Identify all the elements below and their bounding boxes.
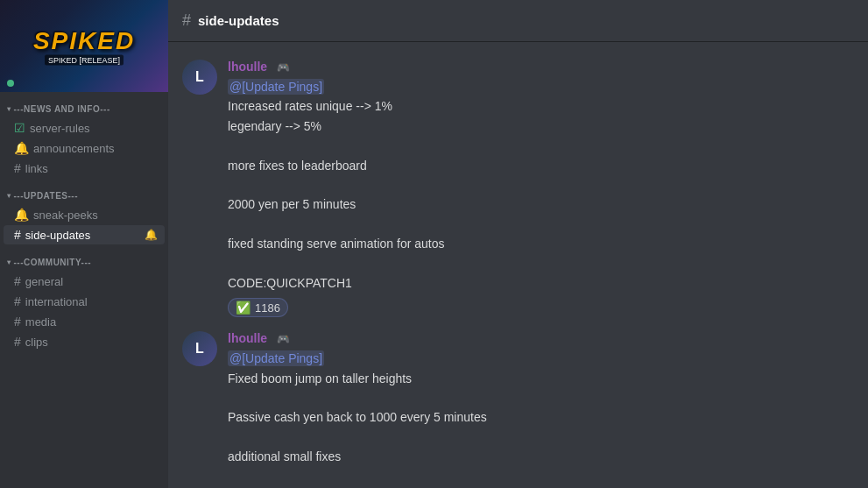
- message-content: lhoulle 🎮 @[Update Pings] Increased rate…: [228, 60, 854, 317]
- channel-name: general: [25, 275, 158, 288]
- message-header: lhoulle 🎮: [228, 331, 854, 345]
- channel-announcements[interactable]: 🔔 announcements: [4, 138, 165, 158]
- table-row: L lhoulle 🎮 @[Update Pings] Increased ra…: [168, 56, 868, 321]
- category-community[interactable]: ▾ ---COMMUNITY---: [0, 245, 168, 271]
- channel-general[interactable]: # general: [4, 272, 165, 291]
- announce-icon: 🔔: [14, 208, 29, 222]
- hash-icon: #: [14, 335, 21, 349]
- reaction-count: 1186: [255, 301, 280, 315]
- author-emoji: 🎮: [277, 61, 290, 74]
- channel-name: clips: [25, 336, 158, 349]
- category-label: ---COMMUNITY---: [14, 258, 92, 267]
- message-header: lhoulle 🎮: [228, 60, 854, 74]
- announce-icon: 🔔: [14, 141, 29, 155]
- channel-name: server-rules: [30, 122, 158, 135]
- category-updates[interactable]: ▾ ---UPDATES---: [0, 179, 168, 204]
- online-indicator: [7, 80, 14, 87]
- channel-server-rules[interactable]: ☑ server-rules: [4, 118, 165, 138]
- category-label: ---UPDATES---: [14, 191, 79, 201]
- channel-clips[interactable]: # clips: [4, 332, 165, 351]
- channel-name: side-updates: [25, 229, 145, 242]
- channel-name: links: [25, 162, 158, 175]
- category-arrow: ▾: [7, 192, 11, 200]
- channel-header-name: side-updates: [198, 13, 279, 28]
- channel-header: # side-updates: [168, 0, 868, 42]
- hash-icon: #: [14, 228, 21, 242]
- mention-tag[interactable]: @[Update Pings]: [228, 350, 324, 366]
- avatar-image: L: [182, 60, 217, 95]
- avatar: L: [182, 331, 217, 366]
- rules-icon: ☑: [14, 121, 25, 135]
- channel-links[interactable]: # links: [4, 159, 165, 178]
- message-body: @[Update Pings] Fixed boom jump on talle…: [228, 349, 854, 488]
- channel-side-updates[interactable]: # side-updates 🔔: [4, 225, 165, 244]
- channel-name: sneak-peeks: [33, 209, 158, 222]
- message-content: lhoulle 🎮 @[Update Pings] Fixed boom jum…: [228, 331, 854, 488]
- message-author: lhoulle: [228, 331, 267, 345]
- sidebar-scrollable: ▾ ---NEWS AND INFO--- ☑ server-rules 🔔 a…: [0, 92, 168, 488]
- channel-header-icon: #: [182, 11, 191, 30]
- hash-icon: #: [14, 315, 21, 329]
- category-label: ---NEWS AND INFO---: [14, 104, 110, 114]
- category-news-and-info[interactable]: ▾ ---NEWS AND INFO---: [0, 92, 168, 117]
- release-badge: SPIKED [RELEASE]: [45, 55, 123, 66]
- bell-icon: 🔔: [145, 229, 158, 241]
- category-arrow: ▾: [7, 258, 11, 266]
- category-arrow: ▾: [7, 105, 11, 113]
- mention-tag[interactable]: @[Update Pings]: [228, 79, 324, 95]
- avatar-image: L: [182, 331, 217, 366]
- channel-name: announcements: [33, 142, 158, 155]
- server-banner[interactable]: SPIKED SPIKED [RELEASE]: [0, 0, 168, 92]
- sidebar: SPIKED SPIKED [RELEASE] ▾ ---NEWS AND IN…: [0, 0, 168, 488]
- hash-icon: #: [14, 161, 21, 175]
- channel-name: international: [25, 295, 158, 308]
- hash-icon: #: [14, 294, 21, 308]
- channel-sneak-peeks[interactable]: 🔔 sneak-peeks: [4, 205, 165, 224]
- message-body: @[Update Pings] Increased rates unique -…: [228, 77, 854, 293]
- channel-international[interactable]: # international: [4, 292, 165, 311]
- hash-icon: #: [14, 274, 21, 288]
- channel-name: media: [25, 315, 158, 329]
- reaction[interactable]: ✅ 1186: [228, 293, 854, 317]
- reaction-emoji: ✅: [236, 301, 251, 315]
- message-author: lhoulle: [228, 60, 267, 74]
- avatar: L: [182, 60, 217, 95]
- messages-list: L lhoulle 🎮 @[Update Pings] Increased ra…: [168, 42, 868, 488]
- channel-media[interactable]: # media: [4, 312, 165, 331]
- author-emoji: 🎮: [277, 333, 290, 345]
- main-content: # side-updates L lhoulle 🎮 @[Update Ping…: [168, 0, 868, 488]
- table-row: L lhoulle 🎮 @[Update Pings] Fixed boom j…: [168, 328, 868, 488]
